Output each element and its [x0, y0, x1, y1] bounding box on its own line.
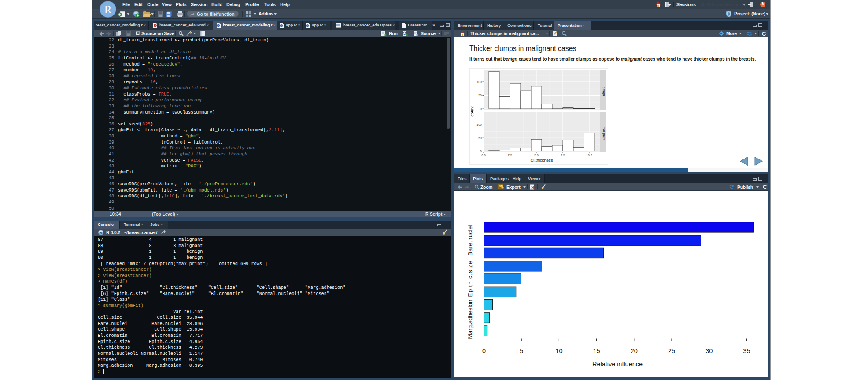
svg-text:5.0: 5.0	[534, 154, 539, 157]
svg-text:25: 25	[668, 347, 675, 354]
svg-text:100: 100	[476, 123, 482, 126]
svg-text:Cl.thickness: Cl.thickness	[530, 158, 553, 162]
svg-text:7.5: 7.5	[561, 154, 565, 157]
svg-text:Marg.adhesion: Marg.adhesion	[467, 300, 473, 339]
svg-text:malignant: malignant	[602, 127, 606, 140]
svg-text:Epith.c.size: Epith.c.size	[467, 261, 473, 297]
svg-text:100: 100	[476, 81, 482, 84]
svg-text:benign: benign	[602, 86, 606, 96]
svg-text:0.0: 0.0	[481, 154, 486, 157]
svg-text:15: 15	[593, 347, 600, 354]
svg-text:R: R	[100, 231, 102, 235]
svg-text:10.0: 10.0	[586, 154, 592, 157]
svg-text:50: 50	[478, 94, 482, 97]
svg-text:30: 30	[705, 347, 713, 354]
svg-text:10: 10	[555, 347, 562, 354]
svg-text:count: count	[469, 106, 474, 117]
svg-text:35: 35	[743, 347, 750, 354]
svg-text:Bare.nuclei: Bare.nuclei	[467, 225, 473, 256]
svg-text:0: 0	[480, 107, 482, 111]
svg-text:Relative influence: Relative influence	[592, 361, 643, 368]
svg-text:0: 0	[480, 150, 482, 153]
svg-text:20: 20	[631, 347, 638, 354]
svg-text:2.5: 2.5	[508, 154, 512, 157]
svg-text:5: 5	[520, 347, 523, 354]
svg-text:0: 0	[482, 347, 486, 354]
svg-text:50: 50	[478, 137, 482, 140]
